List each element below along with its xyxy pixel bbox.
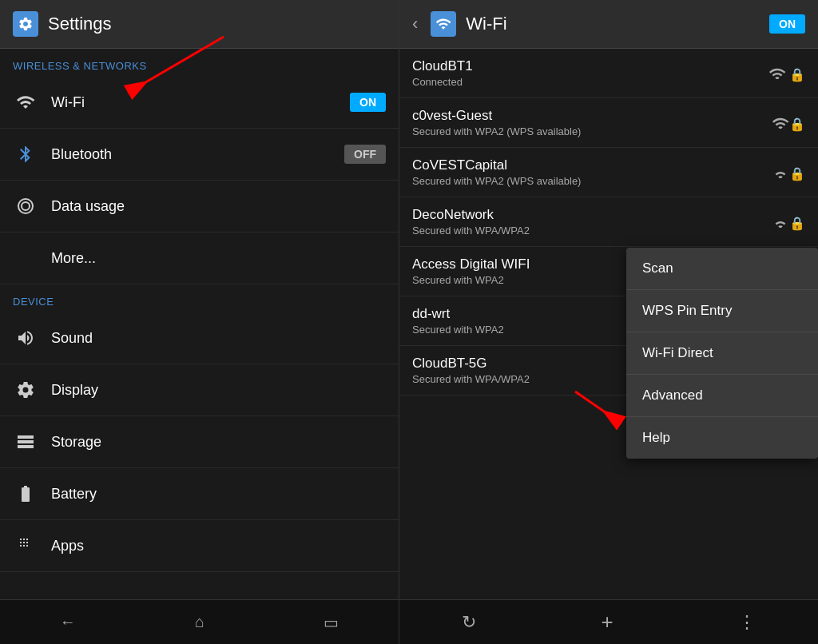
wifi-status-c0vest: Secured with WPA2 (WPS available)	[412, 125, 581, 137]
wifi-name-ddwrt: dd-wrt	[412, 306, 504, 322]
wifi-network-deconetwork[interactable]: DecoNetwork Secured with WPA/WPA2 🔒	[399, 197, 818, 247]
left-panel: Settings WIRELESS & NETWORKS Wi-Fi ON	[0, 0, 399, 644]
recents-button-left[interactable]: ▭	[308, 606, 355, 638]
battery-icon	[13, 481, 38, 507]
sound-item[interactable]: Sound	[0, 312, 399, 364]
display-icon	[13, 377, 38, 403]
apps-item[interactable]: Apps	[0, 520, 399, 572]
right-nav-bar: ↻ + ⋮	[399, 599, 818, 644]
wifi-network-cloudbt1[interactable]: CloudBT1 Connected 🔒	[399, 49, 818, 98]
wireless-networks-section-label: WIRELESS & NETWORKS	[0, 49, 399, 77]
wifi-status-covestcapital: Secured with WPA2 (WPS available)	[412, 175, 581, 187]
add-network-button[interactable]: +	[585, 603, 629, 641]
more-options-button[interactable]: ⋮	[722, 606, 772, 639]
wifi-toggle[interactable]: ON	[350, 93, 386, 112]
sync-button[interactable]: ↻	[446, 606, 492, 639]
battery-item[interactable]: Battery	[0, 468, 399, 520]
right-panel: ‹ Wi-Fi ON CloudBT1 Connected 🔒	[399, 0, 818, 644]
wifi-item[interactable]: Wi-Fi ON	[0, 77, 399, 129]
display-item[interactable]: Display	[0, 364, 399, 416]
wifi-status-ddwrt: Secured with WPA2	[412, 324, 504, 336]
settings-app-icon	[13, 11, 38, 37]
left-header: Settings	[0, 0, 399, 49]
more-icon	[13, 245, 38, 271]
context-menu: Scan WPS Pin Entry Wi-Fi Direct Advanced…	[626, 248, 818, 459]
wifi-header-title: Wi-Fi	[466, 14, 760, 34]
left-header-title: Settings	[48, 14, 112, 34]
data-usage-label: Data usage	[51, 198, 386, 215]
bluetooth-toggle[interactable]: OFF	[344, 145, 386, 164]
data-usage-icon	[13, 193, 38, 219]
wifi-status-deconetwork: Secured with WPA/WPA2	[412, 225, 530, 237]
bluetooth-label: Bluetooth	[51, 146, 344, 163]
back-button-left[interactable]: ←	[44, 606, 92, 638]
wifi-name-c0vest: c0vest-Guest	[412, 108, 581, 124]
wifi-status-accessdigital: Secured with WPA2	[412, 274, 530, 286]
wifi-app-icon	[431, 11, 456, 37]
context-menu-wps-pin[interactable]: WPS Pin Entry	[626, 290, 818, 332]
context-menu-help[interactable]: Help	[626, 417, 818, 459]
more-item[interactable]: More...	[0, 233, 399, 284]
sound-label: Sound	[51, 330, 386, 347]
wifi-status-cloudbt5g: Secured with WPA/WPA2	[412, 373, 530, 385]
storage-item[interactable]: Storage	[0, 416, 399, 468]
wifi-name-deconetwork: DecoNetwork	[412, 207, 530, 223]
right-header: ‹ Wi-Fi ON	[399, 0, 818, 49]
wifi-network-covestcapital[interactable]: CoVESTCapital Secured with WPA2 (WPS ava…	[399, 148, 818, 197]
bluetooth-item[interactable]: Bluetooth OFF	[0, 129, 399, 181]
more-label: More...	[51, 250, 386, 267]
wifi-icon	[13, 89, 38, 115]
context-menu-advanced[interactable]: Advanced	[626, 375, 818, 417]
display-label: Display	[51, 382, 386, 399]
wifi-signal-covestcapital: 🔒	[772, 164, 805, 181]
home-button-left[interactable]: ⌂	[179, 606, 220, 638]
wifi-signal-deconetwork: 🔒	[772, 213, 805, 231]
wifi-name-covestcapital: CoVESTCapital	[412, 157, 581, 173]
left-nav-bar: ← ⌂ ▭	[0, 599, 399, 644]
wifi-label: Wi-Fi	[51, 94, 350, 111]
wifi-name-accessdigital: Access Digital WIFI	[412, 256, 530, 272]
wifi-status-cloudbt1: Connected	[412, 76, 473, 88]
battery-label: Battery	[51, 486, 386, 503]
context-menu-scan[interactable]: Scan	[626, 248, 818, 290]
storage-label: Storage	[51, 434, 386, 451]
apps-label: Apps	[51, 538, 386, 555]
apps-icon	[13, 533, 38, 559]
wifi-signal-c0vest: 🔒	[772, 114, 805, 132]
wifi-name-cloudbt5g: CloudBT-5G	[412, 356, 530, 372]
context-menu-wifi-direct[interactable]: Wi-Fi Direct	[626, 332, 818, 375]
wifi-header-toggle[interactable]: ON	[769, 14, 805, 34]
bluetooth-icon	[13, 141, 38, 167]
device-section-label: DEVICE	[0, 284, 399, 312]
wifi-network-c0vest[interactable]: c0vest-Guest Secured with WPA2 (WPS avai…	[399, 98, 818, 148]
wifi-back-button[interactable]: ‹	[412, 14, 418, 34]
wifi-signal-cloudbt1: 🔒	[768, 65, 805, 82]
sound-icon	[13, 325, 38, 351]
storage-icon	[13, 429, 38, 455]
wifi-name-cloudbt1: CloudBT1	[412, 58, 473, 74]
data-usage-item[interactable]: Data usage	[0, 181, 399, 233]
